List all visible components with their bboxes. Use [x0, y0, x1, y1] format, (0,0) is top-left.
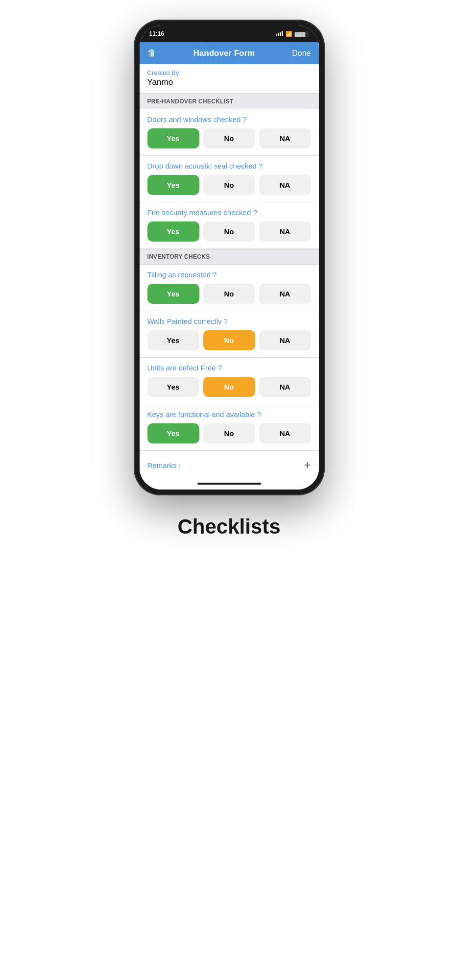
home-indicator — [140, 479, 319, 490]
phone-screen: 🗑 Handover Form Done Created By Yanmo PR… — [140, 42, 319, 490]
form-area: Created By Yanmo PRE-HANDOVER CHECKLIST … — [140, 64, 319, 479]
btn-yes-tilling[interactable]: Yes — [147, 284, 199, 304]
section-header-inventory: INVENTORY CHECKS — [140, 249, 319, 265]
checklist-item-doors-windows: Doors and windows checked ? Yes No NA — [140, 109, 319, 156]
btn-yes-units-defect[interactable]: Yes — [147, 377, 199, 397]
btn-group-acoustic-seal: Yes No NA — [147, 175, 311, 195]
question-tilling: Tilling as requested ? — [147, 270, 311, 279]
btn-group-doors-windows: Yes No NA — [147, 128, 311, 148]
question-fire-security: Fire security measures checked ? — [147, 208, 311, 217]
checklist-item-fire-security: Fire security measures checked ? Yes No … — [140, 202, 319, 249]
trash-icon[interactable]: 🗑 — [147, 48, 156, 58]
btn-no-walls-painted[interactable]: No — [203, 330, 255, 350]
btn-no-units-defect[interactable]: No — [203, 377, 255, 397]
btn-group-walls-painted: Yes No NA — [147, 330, 311, 350]
btn-no-acoustic-seal[interactable]: No — [203, 175, 255, 195]
bottom-label: Checklists — [177, 515, 280, 539]
btn-yes-doors-windows[interactable]: Yes — [147, 128, 199, 148]
question-acoustic-seal: Drop down acoustic seal checked ? — [147, 162, 311, 170]
btn-group-keys: Yes No NA — [147, 423, 311, 443]
btn-no-fire-security[interactable]: No — [203, 221, 255, 242]
checklist-item-acoustic-seal: Drop down acoustic seal checked ? Yes No… — [140, 156, 319, 202]
done-button[interactable]: Done — [292, 49, 311, 58]
signal-icon — [276, 31, 283, 36]
btn-no-keys[interactable]: No — [203, 423, 255, 443]
phone-frame: 11:16 📶 ▓▓▓░ — [134, 20, 325, 495]
phone-inner: 11:16 📶 ▓▓▓░ — [140, 25, 319, 490]
nav-title: Handover Form — [193, 49, 255, 58]
btn-na-fire-security[interactable]: NA — [259, 221, 311, 242]
notch-cutout — [193, 25, 266, 40]
created-by-value: Yanmo — [147, 77, 311, 87]
wifi-icon: 📶 — [286, 31, 292, 37]
btn-yes-walls-painted[interactable]: Yes — [147, 330, 199, 350]
home-bar — [197, 483, 261, 485]
btn-no-tilling[interactable]: No — [203, 284, 255, 304]
remarks-label: Remarks : — [147, 461, 181, 469]
btn-na-doors-windows[interactable]: NA — [259, 128, 311, 148]
btn-na-units-defect[interactable]: NA — [259, 377, 311, 397]
page-wrapper: 11:16 📶 ▓▓▓░ — [0, 0, 458, 980]
btn-group-units-defect: Yes No NA — [147, 377, 311, 397]
checklist-item-walls-painted: Walls Painted correctly ? Yes No NA — [140, 311, 319, 358]
btn-yes-acoustic-seal[interactable]: Yes — [147, 175, 199, 195]
remarks-section: Remarks : + — [140, 451, 319, 479]
btn-group-tilling: Yes No NA — [147, 284, 311, 304]
question-doors-windows: Doors and windows checked ? — [147, 115, 311, 123]
checklist-item-keys: Keys are functional and available ? Yes … — [140, 404, 319, 451]
question-keys: Keys are functional and available ? — [147, 410, 311, 418]
btn-na-acoustic-seal[interactable]: NA — [259, 175, 311, 195]
status-time: 11:16 — [149, 30, 165, 37]
btn-na-tilling[interactable]: NA — [259, 284, 311, 304]
checklist-item-tilling: Tilling as requested ? Yes No NA — [140, 265, 319, 311]
section-header-pre-handover: PRE-HANDOVER CHECKLIST — [140, 94, 319, 109]
btn-na-keys[interactable]: NA — [259, 423, 311, 443]
remarks-add-button[interactable]: + — [304, 458, 311, 472]
nav-bar: 🗑 Handover Form Done — [140, 42, 319, 64]
btn-yes-fire-security[interactable]: Yes — [147, 221, 199, 242]
btn-group-fire-security: Yes No NA — [147, 221, 311, 242]
status-bar: 11:16 📶 ▓▓▓░ — [140, 25, 319, 42]
btn-yes-keys[interactable]: Yes — [147, 423, 199, 443]
question-units-defect: Units are defect Free ? — [147, 364, 311, 372]
question-walls-painted: Walls Painted correctly ? — [147, 317, 311, 325]
created-by-section: Created By Yanmo — [140, 64, 319, 94]
created-by-label: Created By — [147, 69, 311, 76]
checklist-item-units-defect: Units are defect Free ? Yes No NA — [140, 358, 319, 404]
battery-icon: ▓▓▓░ — [295, 31, 309, 37]
btn-no-doors-windows[interactable]: No — [203, 128, 255, 148]
btn-na-walls-painted[interactable]: NA — [259, 330, 311, 350]
status-icons: 📶 ▓▓▓░ — [276, 31, 309, 37]
